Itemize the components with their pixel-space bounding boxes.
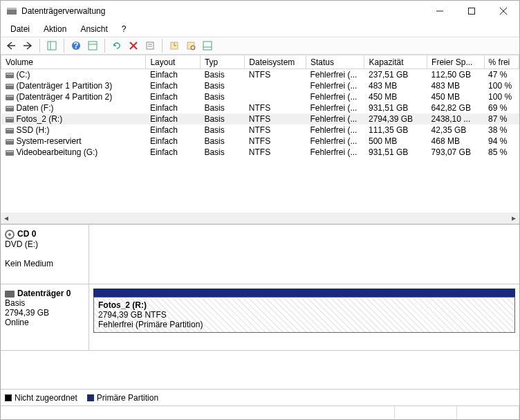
cell-fs: NTFS: [245, 113, 306, 125]
cell-fs: NTFS: [245, 69, 306, 81]
back-button[interactable]: [3, 38, 19, 53]
cell-typ: Basis: [200, 80, 244, 91]
cell-free: 483 MB: [427, 80, 485, 91]
close-button[interactable]: [488, 1, 519, 21]
cd-icon: [5, 230, 15, 239]
col-status[interactable]: Status: [306, 55, 364, 69]
svg-rect-10: [89, 42, 97, 50]
disk-sub: DVD (E:): [5, 239, 38, 249]
disk-icon: [5, 291, 15, 298]
cell-vol: Daten (F:): [1, 102, 146, 113]
toolbar-separator: [104, 39, 105, 53]
col-type[interactable]: Typ: [200, 55, 244, 69]
view-bottom-button[interactable]: [200, 38, 215, 53]
cell-pct: 47 %: [484, 69, 519, 81]
cell-typ: Basis: [200, 136, 244, 147]
cell-status: Fehlerfrei (...: [306, 102, 364, 113]
maximize-button[interactable]: [456, 1, 488, 21]
cell-vol: (Datenträger 1 Partition 3): [1, 80, 146, 91]
show-hide-tree-button[interactable]: [44, 38, 59, 53]
title-bar: Datenträgerverwaltung: [1, 1, 519, 21]
table-header-row: Volume Layout Typ Dateisystem Status Kap…: [1, 55, 519, 69]
table-row[interactable]: Videobearbeitung (G:)EinfachBasisNTFSFeh…: [1, 147, 519, 158]
legend-primary: Primäre Partition: [87, 393, 158, 403]
volume-icon: [6, 73, 14, 78]
col-free[interactable]: Freier Sp...: [427, 55, 485, 69]
svg-rect-1: [7, 8, 17, 10]
cell-typ: Basis: [200, 113, 244, 125]
col-layout[interactable]: Layout: [146, 55, 201, 69]
menu-view[interactable]: Ansicht: [75, 23, 113, 35]
menu-file[interactable]: Datei: [5, 23, 35, 35]
cell-vol: System-reserviert: [1, 136, 146, 147]
scroll-left-icon[interactable]: ◂: [1, 212, 12, 223]
horizontal-scrollbar[interactable]: ◂ ▸: [1, 212, 519, 223]
cell-free: 112,50 GB: [427, 69, 485, 81]
toolbar-separator: [39, 39, 40, 53]
table-row[interactable]: (Datenträger 1 Partition 3)EinfachBasisF…: [1, 80, 519, 91]
cell-free: 468 MB: [427, 136, 485, 147]
cell-vol: (Datenträger 4 Partition 2): [1, 91, 146, 102]
help-button[interactable]: ?: [68, 38, 84, 53]
disk-graphic-view: CD 0 DVD (E:) Kein Medium Datenträger 0 …: [1, 224, 519, 405]
volume-icon: [6, 84, 14, 89]
cell-free: 2438,10 ...: [427, 113, 485, 125]
cell-pct: 38 %: [484, 125, 519, 136]
toolbar-separator: [162, 39, 162, 53]
disk-row-cd0[interactable]: CD 0 DVD (E:) Kein Medium: [1, 225, 519, 284]
table-row[interactable]: SSD (H:)EinfachBasisNTFSFehlerfrei (...1…: [1, 125, 519, 136]
cell-fs: NTFS: [245, 125, 306, 136]
svg-rect-6: [48, 42, 56, 50]
cell-pct: 94 %: [484, 136, 519, 147]
scroll-right-icon[interactable]: ▸: [508, 212, 519, 223]
properties-button[interactable]: [142, 38, 158, 53]
table-row[interactable]: Daten (F:)EinfachBasisNTFSFehlerfrei (..…: [1, 102, 519, 113]
cell-fs: NTFS: [245, 136, 306, 147]
cell-vol: (C:): [1, 69, 146, 81]
menu-action[interactable]: Aktion: [38, 23, 72, 35]
list-button[interactable]: [167, 38, 182, 53]
delete-button[interactable]: [126, 38, 141, 53]
cell-vol: Videobearbeitung (G:): [1, 147, 146, 158]
cell-typ: Basis: [200, 102, 244, 113]
cell-layout: Einfach: [146, 125, 201, 136]
window-title: Datenträgerverwaltung: [21, 6, 424, 16]
toolbar-separator: [64, 39, 64, 53]
col-pctfree[interactable]: % frei: [484, 55, 519, 69]
cell-free: 450 MB: [427, 91, 485, 102]
cell-pct: 87 %: [484, 113, 519, 125]
view-top-button[interactable]: [85, 38, 100, 53]
svg-text:?: ?: [73, 41, 78, 51]
cell-cap: 483 MB: [364, 80, 427, 91]
disk-name: Datenträger 0: [17, 289, 71, 298]
disk-row-disk0[interactable]: Datenträger 0 Basis 2794,39 GB Online Fo…: [1, 284, 519, 351]
cell-vol: Fotos_2 (R:): [1, 113, 146, 125]
cell-status: Fehlerfrei (...: [306, 136, 364, 147]
partition-state: Fehlerfrei (Primäre Partition): [98, 320, 510, 329]
volume-list: Volume Layout Typ Dateisystem Status Kap…: [1, 55, 519, 224]
volume-icon: [6, 139, 14, 145]
table-row[interactable]: (Datenträger 4 Partition 2)EinfachBasisF…: [1, 91, 519, 102]
col-filesystem[interactable]: Dateisystem: [245, 55, 306, 69]
table-row[interactable]: System-reserviertEinfachBasisNTFSFehlerf…: [1, 136, 519, 147]
minimize-button[interactable]: [424, 1, 456, 21]
partition-info: 2794,39 GB NTFS: [98, 310, 510, 320]
cell-layout: Einfach: [146, 147, 201, 158]
forward-button[interactable]: [20, 38, 35, 53]
partition-box[interactable]: Fotos_2 (R:) 2794,39 GB NTFS Fehlerfrei …: [93, 297, 515, 333]
cell-fs: NTFS: [245, 147, 306, 158]
cell-typ: Basis: [200, 69, 244, 81]
cell-status: Fehlerfrei (...: [306, 69, 364, 81]
table-row[interactable]: Fotos_2 (R:)EinfachBasisNTFSFehlerfrei (…: [1, 113, 519, 125]
menu-help[interactable]: ?: [116, 23, 132, 35]
menu-bar: Datei Aktion Ansicht ?: [1, 21, 519, 37]
cell-free: 642,82 GB: [427, 102, 485, 113]
col-volume[interactable]: Volume: [1, 55, 146, 69]
detail-button[interactable]: [183, 38, 198, 53]
table-row[interactable]: (C:)EinfachBasisNTFSFehlerfrei (...237,5…: [1, 69, 519, 81]
refresh-button[interactable]: [109, 38, 124, 53]
disk-type: Basis: [5, 298, 25, 308]
col-capacity[interactable]: Kapazität: [364, 55, 427, 69]
cell-free: 793,07 GB: [427, 147, 485, 158]
cell-pct: 85 %: [484, 147, 519, 158]
